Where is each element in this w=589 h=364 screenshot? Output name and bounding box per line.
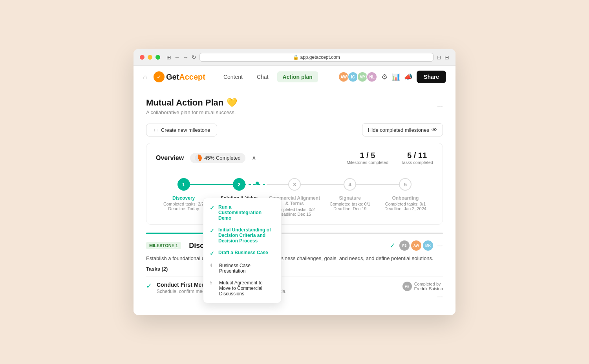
minimize-btn[interactable] — [148, 55, 152, 60]
tasks-count-label: Tasks (2) — [146, 266, 443, 272]
milestones-stat: 1 / 5 Milestones completed — [347, 151, 388, 165]
eye-icon: 👁 — [432, 127, 437, 133]
step-deadline-3: Deadline: Dec 15 — [278, 212, 311, 217]
collapse-icon[interactable]: ∧ — [252, 154, 256, 162]
nav-tabs: Content Chat Action plan — [218, 71, 338, 82]
stats-right: 1 / 5 Milestones completed 5 / 11 Tasks … — [347, 151, 433, 165]
dropdown-item-1[interactable]: ✓ Run a Custom/Integration Demo — [203, 201, 281, 224]
check-icon-1: ✓ — [210, 205, 214, 211]
toolbar: + + Create new milestone Hide completed … — [146, 123, 443, 136]
header-right: AW IC MY NL ⚙ 📊 📣 Share — [338, 71, 446, 83]
share-button[interactable]: Share — [417, 71, 446, 83]
dropdown-item-5[interactable]: 5 Mutual Agreement to Move to Commercial… — [203, 277, 281, 300]
step-circle-2[interactable]: 2 — [233, 178, 245, 191]
tab-content[interactable]: Content — [218, 71, 248, 82]
milestone-section: MILESTONE 1 Discovery ✓ FS AW MK ··· Est… — [146, 233, 443, 306]
app-header: ⌂ ✓ GetAccept Content Chat Action plan A… — [134, 66, 455, 88]
close-btn[interactable] — [140, 55, 145, 60]
logo: ✓ GetAccept — [154, 71, 205, 82]
overview-card: Overview 45% Completed ∧ 1 / 5 Milestone… — [146, 143, 443, 225]
create-milestone-button[interactable]: + + Create new milestone — [146, 124, 217, 136]
task-check-icon: ✓ — [146, 282, 152, 290]
milestone-avatar-fs: FS — [399, 240, 410, 251]
avatar-group: AW IC MY NL — [338, 71, 377, 82]
maximize-btn[interactable] — [155, 55, 160, 60]
back-icon[interactable]: ← — [174, 54, 180, 60]
task-right: FS Completed by Fredrik Saisino ··· — [402, 282, 443, 301]
overview-header: Overview 45% Completed ∧ 1 / 5 Milestone… — [156, 151, 433, 165]
main-content: Mutual Action Plan 💛 A collaborative pla… — [134, 88, 455, 315]
split-icon[interactable]: ⊟ — [444, 54, 449, 60]
page-title: Mutual Action Plan 💛 — [146, 98, 237, 108]
milestone-label: MILESTONE 1 — [146, 242, 181, 249]
task-assignee-avatar: FS — [402, 282, 412, 291]
home-icon[interactable]: ⌂ — [143, 73, 147, 81]
forward-icon[interactable]: → — [183, 54, 188, 60]
milestone-description: Establish a foundational understanding o… — [146, 255, 443, 261]
browser-controls: ⊞ ← → ↻ 🔒 app.getaccept.com ⊡ ⊟ — [140, 53, 449, 66]
task-row: ✓ Conduct First Meeting Schedule, confir… — [146, 277, 443, 306]
tab-action-plan[interactable]: Action plan — [277, 71, 318, 82]
hide-milestones-button[interactable]: Hide completed milestones 👁 — [362, 123, 443, 136]
step-circle-4: 4 — [344, 178, 356, 191]
timeline-step-5: 5 Onboarding Completed tasks: 0/1 Deadli… — [378, 178, 433, 211]
timeline: 1 Discovery Completed tasks: 2/2 Deadlin… — [156, 174, 433, 217]
page-subtitle: A collaborative plan for mutual success. — [146, 109, 237, 115]
completed-by-label: Completed by — [414, 282, 443, 286]
dropdown-item-2[interactable]: ✓ Initial Understanding of Decision Crit… — [203, 224, 281, 247]
milestone-more-icon[interactable]: ··· — [437, 242, 443, 250]
progress-donut-icon — [195, 155, 202, 162]
milestone-avatars: FS AW MK — [399, 240, 433, 251]
sidebar-toggle-icon[interactable]: ⊞ — [166, 54, 171, 60]
timeline-dropdown: ✓ Run a Custom/Integration Demo ✓ Initia… — [203, 198, 282, 303]
milestone-check-icon: ✓ — [390, 241, 395, 250]
overview-title: Overview — [156, 155, 184, 162]
check-icon-2: ✓ — [210, 228, 214, 234]
dropdown-item-3[interactable]: ✓ Draft a Business Case — [203, 247, 281, 260]
logo-text: GetAccept — [166, 73, 205, 82]
step-circle-3: 3 — [288, 178, 301, 191]
check-icon-3: ✓ — [210, 250, 214, 257]
browser-chrome: ⊞ ← → ↻ 🔒 app.getaccept.com ⊡ ⊟ — [134, 49, 455, 66]
plus-icon: + — [153, 127, 156, 133]
settings-icon[interactable]: ⚙ — [381, 73, 388, 81]
step-circle-5: 5 — [399, 178, 412, 191]
task-more-icon[interactable]: ··· — [437, 293, 443, 301]
milestone-avatar-aw: AW — [411, 240, 421, 251]
milestone-avatar-mk: MK — [423, 240, 433, 251]
step-deadline-5: Deadline: Jan 2, 2024 — [384, 206, 426, 211]
notification-icon[interactable]: 📣 — [404, 73, 413, 81]
overview-left: Overview 45% Completed ∧ — [156, 153, 256, 163]
milestone-header: MILESTONE 1 Discovery ✓ FS AW MK ··· — [146, 240, 443, 251]
address-bar[interactable]: 🔒 app.getaccept.com — [199, 53, 434, 62]
browser-nav: ⊞ ← → ↻ — [166, 54, 196, 60]
avatar-nl: NL — [366, 71, 377, 82]
screenshot-icon[interactable]: ⊡ — [437, 54, 441, 60]
progress-badge: 45% Completed — [190, 153, 245, 163]
step-deadline-4: Deadline: Dec 19 — [333, 206, 366, 211]
completed-by-name: Fredrik Saisino — [414, 286, 443, 291]
logo-check-icon: ✓ — [154, 71, 165, 82]
tab-chat[interactable]: Chat — [251, 71, 274, 82]
tasks-stat: 5 / 11 Tasks completed — [401, 151, 433, 165]
step-tasks-5: Completed tasks: 0/1 — [385, 202, 426, 206]
timeline-step-4: 4 Signature Completed tasks: 0/1 Deadlin… — [322, 178, 378, 211]
browser-actions: ⊡ ⊟ — [437, 54, 449, 60]
step-circle-1: 1 — [177, 178, 190, 191]
refresh-icon[interactable]: ↻ — [192, 54, 196, 60]
analytics-icon[interactable]: 📊 — [391, 73, 400, 81]
step-name-1: Discovery — [172, 195, 195, 201]
step-name-5: Onboarding — [392, 195, 419, 201]
step-name-4: Signature — [339, 195, 361, 201]
step-tasks-1: Completed tasks: 2/2 — [163, 202, 204, 206]
milestone-progress-bar — [146, 233, 443, 234]
browser-window: ⊞ ← → ↻ 🔒 app.getaccept.com ⊡ ⊟ ⌂ ✓ GetA… — [134, 49, 455, 315]
title-emoji: 💛 — [227, 98, 237, 108]
dropdown-item-4[interactable]: 4 Business Case Presentation — [203, 260, 281, 277]
step-deadline-1: Deadline: Today — [168, 206, 199, 211]
more-options-icon[interactable]: ··· — [437, 102, 443, 111]
step-tasks-4: Completed tasks: 0/1 — [330, 202, 370, 206]
